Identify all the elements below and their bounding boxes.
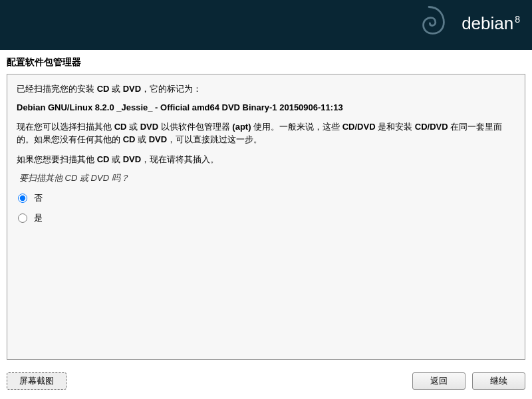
description-paragraph-1: 现在您可以选择扫描其他 CD 或 DVD 以供软件包管理器 (apt) 使用。一…	[17, 120, 515, 146]
continue-button[interactable]: 继续	[472, 372, 525, 390]
question-text: 要扫描其他 CD 或 DVD 吗？	[17, 172, 515, 184]
radio-option-yes[interactable]: 是	[17, 209, 515, 227]
brand-version: 8	[515, 14, 520, 25]
radio-no-input[interactable]	[18, 194, 27, 203]
footer-right-group: 返回 继续	[412, 372, 525, 390]
footer-bar: 屏幕截图 返回 继续	[7, 372, 525, 390]
page-title: 配置软件包管理器	[0, 50, 532, 74]
screenshot-button[interactable]: 屏幕截图	[7, 372, 66, 390]
back-button[interactable]: 返回	[412, 372, 466, 390]
intro-paragraph: 已经扫描完您的安装 CD 或 DVD，它的标记为：	[17, 82, 515, 96]
brand-text: debian8	[462, 13, 520, 34]
banner-header: debian8	[0, 0, 532, 50]
radio-option-no[interactable]: 否	[17, 190, 515, 207]
brand-name: debian	[462, 13, 513, 33]
radio-no-label[interactable]: 否	[34, 192, 43, 204]
radio-yes-input[interactable]	[18, 213, 27, 223]
debian-swirl-icon	[406, 0, 452, 47]
radio-yes-label[interactable]: 是	[34, 212, 43, 224]
content-panel: 已经扫描完您的安装 CD 或 DVD，它的标记为： Debian GNU/Lin…	[7, 74, 525, 360]
media-label: Debian GNU/Linux 8.2.0 _Jessie_ - Offici…	[17, 102, 515, 112]
description-paragraph-2: 如果您想要扫描其他 CD 或 DVD，现在请将其插入。	[17, 153, 515, 166]
